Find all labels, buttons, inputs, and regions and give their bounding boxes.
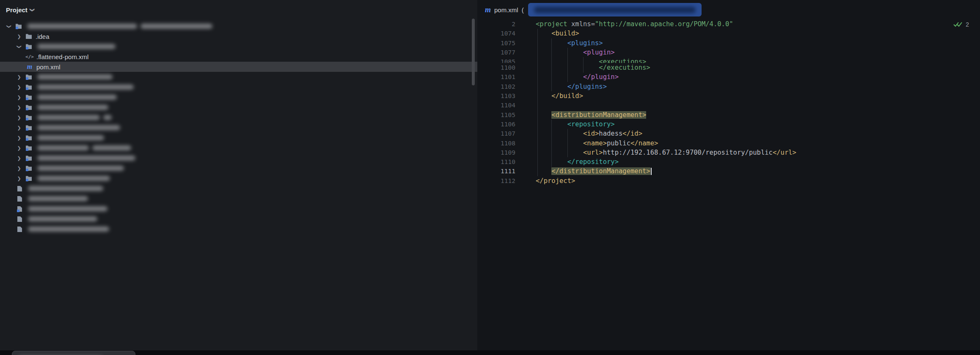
code-line-1108[interactable]: 1108 <name>public</name> <box>477 139 980 148</box>
redacted-label <box>37 176 110 181</box>
code-line-2[interactable]: 2<project xmlns="http://maven.apache.org… <box>477 19 980 29</box>
line-number[interactable]: 1107 <box>477 129 521 138</box>
line-number[interactable]: 1111 <box>477 167 521 176</box>
chevron-right-icon[interactable]: ❯ <box>14 176 24 181</box>
bottom-bar <box>0 350 980 355</box>
code-text: <project xmlns="http://maven.apache.org/… <box>521 19 733 29</box>
chevron-right-icon[interactable]: ❯ <box>14 85 24 90</box>
tree-item-pom-xml[interactable]: mpom.xml <box>0 62 477 72</box>
code-line-1101[interactable]: 1101 </plugin> <box>477 72 980 82</box>
code-line-1107[interactable]: 1107 <id>hadess</id> <box>477 129 980 138</box>
chevron-right-icon[interactable]: ❯ <box>14 145 24 151</box>
line-number[interactable]: 1103 <box>477 91 521 101</box>
tree-item-redacted[interactable]: ❯ <box>0 143 477 153</box>
line-number[interactable]: 1100 <box>477 63 521 72</box>
line-number[interactable]: 1105 <box>477 110 521 120</box>
code-line-1105[interactable]: 1105 <distributionManagement> <box>477 110 980 120</box>
tree-item-redacted[interactable]: ❯ <box>0 72 477 82</box>
code-line-1109[interactable]: 1109 <url>http://192.168.67.12:9700/repo… <box>477 148 980 157</box>
tree-item-label: pom.xml <box>35 63 61 71</box>
redacted-label <box>37 145 89 150</box>
tree-item-redacted[interactable] <box>0 194 477 204</box>
line-number[interactable]: 1074 <box>477 29 521 38</box>
line-number[interactable]: 1085 <box>477 57 521 63</box>
code-line-1102[interactable]: 1102 </plugins> <box>477 82 980 91</box>
line-number[interactable]: 1102 <box>477 82 521 91</box>
chevron-right-icon[interactable]: ❯ <box>14 125 24 131</box>
redacted-label <box>140 24 212 29</box>
tree-item-redacted[interactable]: ❯ <box>0 173 477 183</box>
line-number[interactable]: 1106 <box>477 120 521 129</box>
tree-item-idea[interactable]: ❯.idea <box>0 31 477 41</box>
project-panel-header[interactable]: Project ❯ <box>0 0 477 19</box>
line-number[interactable]: 1101 <box>477 72 521 82</box>
line-number[interactable]: 1110 <box>477 157 521 167</box>
code-text: </distributionManagement> <box>521 167 652 176</box>
code-line-1075[interactable]: 1075 <plugins> <box>477 38 980 48</box>
folder-icon <box>25 135 32 141</box>
chevron-right-icon[interactable]: ❯ <box>14 135 24 141</box>
chevron-right-icon[interactable]: ❯ <box>14 166 24 171</box>
tree-item-redacted[interactable]: ❯ <box>0 102 477 112</box>
tree-item-redacted[interactable]: ❯ <box>0 133 477 143</box>
line-number[interactable]: 1112 <box>477 176 521 186</box>
line-number[interactable]: 1109 <box>477 148 521 157</box>
code-token: </distributionManagement> <box>551 167 650 175</box>
line-number[interactable]: 1075 <box>477 38 521 48</box>
code-line-1111[interactable]: 1111 </distributionManagement> <box>477 167 980 176</box>
chevron-down-icon[interactable]: ❯ <box>6 22 12 31</box>
code-line-1110[interactable]: 1110 </repository> <box>477 157 980 167</box>
chevron-right-icon[interactable]: ❯ <box>14 34 24 39</box>
chevron-right-icon[interactable]: ❯ <box>14 105 24 110</box>
code-token: <url> <box>583 149 603 156</box>
code-line-1112[interactable]: 1112</project> <box>477 176 980 186</box>
tree-item-redacted[interactable] <box>0 214 477 224</box>
tree-item-redacted[interactable]: ❯ <box>0 92 477 102</box>
tab-open-paren: ( <box>522 6 524 14</box>
code-token <box>536 149 583 156</box>
code-text: <url>http://192.168.67.12:9700/repositor… <box>521 148 796 157</box>
chevron-right-icon[interactable]: ❯ <box>14 74 24 80</box>
code-line-1074[interactable]: 1074 <build> <box>477 29 980 38</box>
code-token: </plugins> <box>536 83 607 90</box>
tree-item-redacted[interactable]: ❯ <box>0 41 477 52</box>
tree-item-redacted[interactable] <box>0 224 477 234</box>
code-line-1103[interactable]: 1103 </build> <box>477 91 980 101</box>
tree-item-redacted[interactable]: ❯ <box>0 112 477 123</box>
tree-item-redacted[interactable]: ❯ <box>0 82 477 92</box>
code-token <box>536 139 583 147</box>
code-line-1077[interactable]: 1077 <plugin> <box>477 48 980 57</box>
folder-icon <box>25 145 32 151</box>
tree-item-redacted[interactable]: ❯ <box>0 123 477 133</box>
text-caret <box>651 168 652 175</box>
chevron-right-icon[interactable]: ❯ <box>14 115 24 120</box>
status-popup <box>12 351 135 355</box>
code-area[interactable]: 2<project xmlns="http://maven.apache.org… <box>477 19 980 186</box>
code-line-1100[interactable]: 1100 </executions> <box>477 63 980 72</box>
folder-icon <box>25 74 32 80</box>
chevron-right-icon[interactable]: ❯ <box>14 95 24 100</box>
line-number[interactable]: 1077 <box>477 48 521 57</box>
editor-tab-pom-xml[interactable]: m pom.xml ( <box>485 3 702 16</box>
tree-item-redacted[interactable]: ❯ <box>0 153 477 163</box>
chevron-right-icon[interactable]: ❯ <box>14 156 24 161</box>
line-number[interactable]: 1104 <box>477 101 521 110</box>
chevron-down-icon[interactable]: ❯ <box>17 42 22 51</box>
code-line-1085[interactable]: 1085 <executions> <box>477 57 980 63</box>
tree-item-flattened-pom-xml[interactable]: </>.flattened-pom.xml <box>0 52 477 62</box>
code-line-1104[interactable]: 1104 <box>477 101 980 110</box>
tree-item-redacted[interactable] <box>0 183 477 194</box>
project-scrollbar-thumb[interactable] <box>472 19 475 85</box>
code-token: </name> <box>630 139 658 147</box>
code-token: <build> <box>536 30 579 37</box>
line-number[interactable]: 1108 <box>477 139 521 148</box>
code-line-1106[interactable]: 1106 <repository> <box>477 120 980 129</box>
tree-item-redacted[interactable]: ❯ <box>0 21 477 31</box>
code-token: "http://maven.apache.org/POM/4.0.0" <box>595 20 733 28</box>
folder-icon <box>25 125 32 131</box>
tree-item-redacted[interactable] <box>0 204 477 214</box>
code-token: <distributionManagement> <box>551 111 646 119</box>
line-number[interactable]: 2 <box>477 19 521 29</box>
code-token: <project <box>536 20 571 28</box>
tree-item-redacted[interactable]: ❯ <box>0 163 477 173</box>
